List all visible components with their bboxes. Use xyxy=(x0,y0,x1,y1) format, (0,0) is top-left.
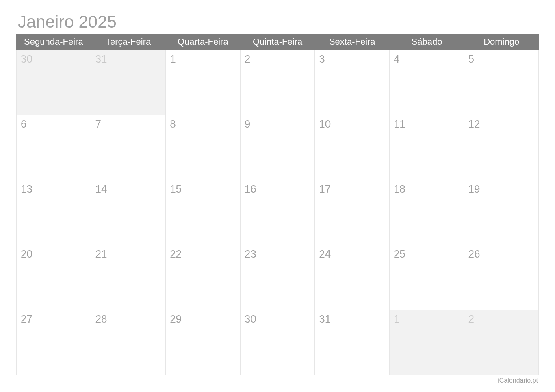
day-cell: 26 xyxy=(464,245,539,310)
day-cell: 18 xyxy=(390,180,464,245)
month-title: Janeiro 2025 xyxy=(16,12,539,32)
week-row: 303112345 xyxy=(16,50,539,115)
day-cell: 8 xyxy=(166,115,241,180)
day-cell: 21 xyxy=(91,245,166,310)
day-cell: 22 xyxy=(166,245,241,310)
weekday-header: Segunda-Feira xyxy=(16,34,91,50)
day-cell: 15 xyxy=(166,180,241,245)
day-cell: 1 xyxy=(390,310,464,375)
weekday-header: Sábado xyxy=(390,34,464,50)
week-row: 20212223242526 xyxy=(16,245,539,310)
weekday-header: Quarta-Feira xyxy=(165,34,240,50)
day-cell: 19 xyxy=(464,180,539,245)
day-cell: 1 xyxy=(166,50,241,115)
day-cell: 30 xyxy=(241,310,315,375)
day-cell: 11 xyxy=(390,115,464,180)
day-cell: 16 xyxy=(241,180,315,245)
day-cell: 2 xyxy=(241,50,315,115)
day-cell: 3 xyxy=(315,50,390,115)
weekday-header-row: Segunda-Feira Terça-Feira Quarta-Feira Q… xyxy=(16,34,539,50)
day-cell: 17 xyxy=(315,180,390,245)
calendar-grid: 3031123456789101112131415161718192021222… xyxy=(16,50,539,375)
day-cell: 9 xyxy=(241,115,315,180)
week-row: 6789101112 xyxy=(16,115,539,180)
week-row: 13141516171819 xyxy=(16,180,539,245)
footer-attribution: iCalendario.pt xyxy=(16,375,539,384)
day-cell: 25 xyxy=(390,245,464,310)
day-cell: 31 xyxy=(91,50,166,115)
weekday-header: Sexta-Feira xyxy=(315,34,390,50)
day-cell: 28 xyxy=(91,310,166,375)
day-cell: 27 xyxy=(16,310,91,375)
day-cell: 7 xyxy=(91,115,166,180)
day-cell: 30 xyxy=(16,50,91,115)
day-cell: 24 xyxy=(315,245,390,310)
calendar: Janeiro 2025 Segunda-Feira Terça-Feira Q… xyxy=(16,12,539,384)
day-cell: 10 xyxy=(315,115,390,180)
day-cell: 2 xyxy=(464,310,539,375)
weekday-header: Quinta-Feira xyxy=(240,34,315,50)
day-cell: 12 xyxy=(464,115,539,180)
weekday-header: Terça-Feira xyxy=(91,34,166,50)
day-cell: 14 xyxy=(91,180,166,245)
day-cell: 31 xyxy=(315,310,390,375)
day-cell: 13 xyxy=(16,180,91,245)
day-cell: 6 xyxy=(16,115,91,180)
day-cell: 5 xyxy=(464,50,539,115)
week-row: 272829303112 xyxy=(16,310,539,375)
day-cell: 23 xyxy=(241,245,315,310)
weekday-header: Domingo xyxy=(464,34,539,50)
day-cell: 4 xyxy=(390,50,464,115)
day-cell: 20 xyxy=(16,245,91,310)
day-cell: 29 xyxy=(166,310,241,375)
